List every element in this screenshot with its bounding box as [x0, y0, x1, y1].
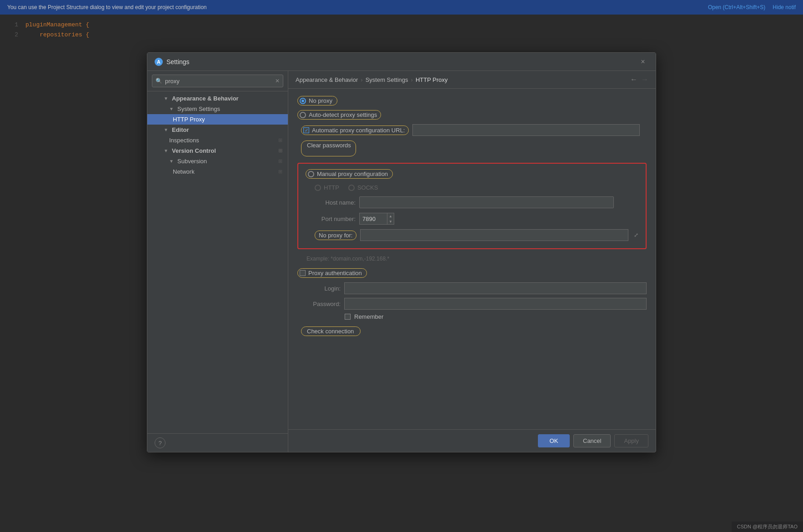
- network-icon: ⊞: [278, 169, 282, 175]
- vc-icon: ⊞: [278, 148, 282, 154]
- sidebar-item-appearance-behavior[interactable]: ▼ Appearance & Behavior: [147, 93, 288, 104]
- clear-passwords-box: Clear passwords: [301, 141, 356, 156]
- remember-label[interactable]: Remember: [354, 313, 383, 320]
- sidebar-bottom: ?: [147, 433, 288, 452]
- ok-button[interactable]: OK: [538, 434, 570, 447]
- check-connection-button[interactable]: Check connection: [307, 328, 354, 335]
- sidebar-item-subversion[interactable]: ▼ Subversion ⊞: [147, 156, 288, 166]
- inspections-icon: ⊞: [278, 137, 282, 143]
- expand-arrow-appearance: ▼: [164, 96, 169, 101]
- password-input[interactable]: [344, 298, 647, 310]
- check-connection-row: Check connection: [297, 326, 647, 336]
- breadcrumb-item-2: System Settings: [366, 76, 408, 83]
- nav-tree: ▼ Appearance & Behavior ▼ System Setting…: [147, 91, 288, 433]
- nav-forward-arrow[interactable]: →: [641, 75, 648, 84]
- socks-label[interactable]: SOCKS: [357, 184, 378, 191]
- port-down-button[interactable]: ▼: [387, 219, 394, 224]
- sidebar-item-version-control[interactable]: ▼ Version Control ⊞: [147, 146, 288, 156]
- example-text: Example: *domain.com,-192.168.*: [297, 256, 647, 262]
- search-icon: 🔍: [156, 78, 162, 84]
- settings-panel: No proxy Auto-detect proxy settings ✓: [288, 89, 656, 429]
- sidebar-item-inspections[interactable]: Inspections ⊞: [147, 135, 288, 146]
- expand-no-proxy-icon[interactable]: ⤢: [634, 232, 638, 238]
- socks-option: SOCKS: [348, 184, 378, 191]
- manual-proxy-label[interactable]: Manual proxy configuration: [317, 171, 388, 177]
- auto-detect-label[interactable]: Auto-detect proxy settings: [309, 111, 377, 118]
- no-proxy-for-input[interactable]: [360, 229, 628, 241]
- login-label: Login:: [306, 285, 341, 292]
- manual-proxy-header: Manual proxy configuration: [306, 169, 638, 179]
- app-icon: A: [155, 58, 163, 66]
- clear-passwords-button[interactable]: Clear passwords: [307, 142, 351, 149]
- sidebar-item-http-proxy[interactable]: HTTP Proxy: [147, 114, 288, 125]
- auto-url-row: ✓ Automatic proxy configuration URL:: [297, 124, 647, 136]
- http-label[interactable]: HTTP: [324, 184, 339, 191]
- breadcrumb-sep-2: ›: [411, 76, 413, 83]
- port-up-button[interactable]: ▲: [387, 213, 394, 219]
- help-button[interactable]: ?: [155, 437, 166, 448]
- port-input[interactable]: [360, 216, 387, 222]
- nav-arrows: ← →: [630, 75, 648, 84]
- no-proxy-for-label: No proxy for:: [315, 231, 356, 240]
- auto-url-input[interactable]: [412, 124, 640, 136]
- main-content: Appearance & Behavior › System Settings …: [288, 71, 656, 452]
- remember-checkbox[interactable]: [345, 314, 351, 320]
- dialog-title-bar: A Settings ×: [147, 53, 656, 71]
- manual-proxy-radio[interactable]: [308, 171, 314, 177]
- breadcrumb-bar: Appearance & Behavior › System Settings …: [288, 71, 656, 89]
- port-number-label: Port number:: [315, 216, 356, 222]
- expand-arrow-editor: ▼: [164, 127, 169, 132]
- breadcrumb-item-3: HTTP Proxy: [416, 76, 448, 83]
- svn-icon: ⊞: [278, 158, 282, 164]
- http-radio[interactable]: [315, 185, 321, 191]
- sidebar-item-system-settings[interactable]: ▼ System Settings: [147, 104, 288, 114]
- port-spinners: ▲ ▼: [387, 213, 394, 224]
- apply-button[interactable]: Apply: [614, 434, 648, 447]
- auto-url-label[interactable]: Automatic proxy configuration URL:: [312, 127, 405, 134]
- login-row: Login:: [297, 282, 647, 294]
- proxy-auth-label[interactable]: Proxy authentication: [308, 270, 362, 276]
- breadcrumb: Appearance & Behavior › System Settings …: [296, 76, 448, 83]
- expand-arrow-vc: ▼: [164, 148, 169, 153]
- no-proxy-for-row: No proxy for: ⤢: [306, 229, 638, 241]
- close-button[interactable]: ×: [637, 56, 648, 67]
- dialog-body: 🔍 ✕ ▼ Appearance & Behavior ▼ System Set…: [147, 71, 656, 452]
- sidebar-item-network[interactable]: Network ⊞: [147, 166, 288, 177]
- sidebar-item-editor[interactable]: ▼ Editor: [147, 125, 288, 135]
- host-name-label: Host name:: [315, 199, 356, 206]
- password-label: Password:: [306, 301, 341, 307]
- host-name-row: Host name:: [306, 196, 638, 208]
- no-proxy-radio[interactable]: [300, 98, 306, 104]
- proxy-auth-checkbox[interactable]: [300, 270, 306, 276]
- cancel-button[interactable]: Cancel: [573, 434, 611, 447]
- auto-url-checkbox[interactable]: ✓: [303, 127, 309, 133]
- password-row: Password:: [297, 298, 647, 310]
- host-name-input[interactable]: [359, 196, 614, 208]
- manual-proxy-section: Manual proxy configuration HTTP SO: [297, 163, 647, 249]
- login-input[interactable]: [344, 282, 647, 294]
- check-connection-box: Check connection: [301, 326, 361, 336]
- search-clear-icon[interactable]: ✕: [275, 78, 280, 84]
- auto-detect-row: Auto-detect proxy settings: [297, 110, 647, 120]
- settings-sidebar: 🔍 ✕ ▼ Appearance & Behavior ▼ System Set…: [147, 71, 288, 452]
- proxy-auth-section: Proxy authentication Login: Password:: [297, 268, 647, 320]
- no-proxy-label[interactable]: No proxy: [309, 97, 332, 104]
- breadcrumb-item-1: Appearance & Behavior: [296, 76, 358, 83]
- proxy-type-row: HTTP SOCKS: [306, 184, 638, 191]
- socks-radio[interactable]: [348, 185, 355, 191]
- auto-detect-radio[interactable]: [300, 112, 306, 118]
- expand-arrow-svn: ▼: [169, 159, 175, 164]
- port-input-wrapper: ▲ ▼: [359, 213, 394, 225]
- dialog-overlay: A Settings × 🔍 ✕: [0, 0, 803, 532]
- search-wrapper: 🔍 ✕: [152, 75, 283, 87]
- dialog-footer: OK Cancel Apply: [288, 429, 656, 452]
- proxy-auth-box: Proxy authentication: [297, 268, 367, 278]
- search-input[interactable]: [152, 75, 283, 87]
- nav-back-arrow[interactable]: ←: [630, 75, 637, 84]
- clear-passwords-row: Clear passwords: [297, 141, 647, 156]
- no-proxy-option-box: No proxy: [297, 96, 337, 105]
- settings-dialog: A Settings × 🔍 ✕: [147, 52, 656, 452]
- breadcrumb-sep-1: ›: [361, 76, 362, 83]
- port-number-row: Port number: ▲ ▼: [306, 213, 638, 225]
- proxy-auth-header: Proxy authentication: [297, 268, 647, 278]
